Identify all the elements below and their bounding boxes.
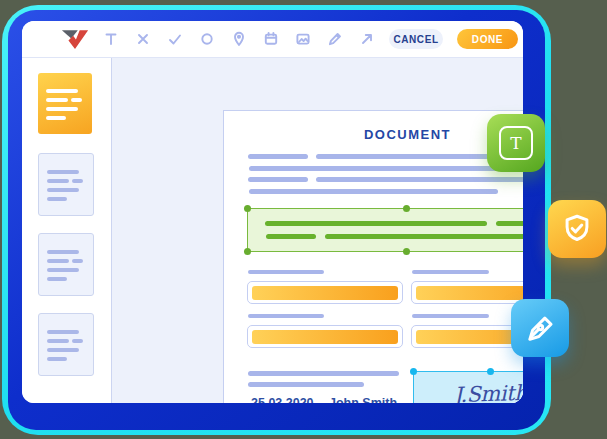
signature-text: J.Smith bbox=[454, 381, 523, 403]
thumb-line bbox=[47, 197, 67, 201]
thumb-line bbox=[47, 250, 79, 254]
highlight-line bbox=[266, 234, 316, 239]
form-field-4[interactable] bbox=[411, 325, 523, 348]
page-thumbnail-4[interactable] bbox=[38, 313, 94, 376]
resize-handle[interactable] bbox=[410, 368, 417, 375]
thumb-line bbox=[72, 179, 83, 183]
signature-selection[interactable]: J.Smith bbox=[413, 371, 523, 403]
thumb-line bbox=[71, 98, 82, 102]
resize-handle[interactable] bbox=[487, 368, 494, 375]
page-thumbnail-3[interactable] bbox=[38, 233, 94, 296]
check-tool-icon[interactable] bbox=[166, 30, 184, 48]
thumb-line bbox=[47, 268, 79, 272]
thumb-line bbox=[72, 339, 83, 343]
form-field-2[interactable] bbox=[411, 281, 523, 304]
security-shield-icon bbox=[548, 200, 606, 258]
toolbar-tools bbox=[102, 21, 376, 57]
date-tool-icon[interactable] bbox=[262, 30, 280, 48]
text-line bbox=[249, 189, 498, 194]
text-line bbox=[249, 166, 498, 171]
thumb-line bbox=[47, 170, 79, 174]
highlight-selection[interactable] bbox=[247, 208, 523, 252]
done-button[interactable]: DONE bbox=[457, 29, 518, 49]
thumb-line bbox=[47, 188, 79, 192]
resize-handle[interactable] bbox=[244, 205, 251, 212]
signature-pen-icon bbox=[511, 299, 569, 357]
date-field[interactable]: 25.03.2020 bbox=[251, 396, 314, 403]
field-fill bbox=[416, 330, 523, 344]
field-fill bbox=[252, 286, 398, 300]
pen-tool-icon[interactable] bbox=[326, 30, 344, 48]
text-line bbox=[248, 371, 399, 376]
text-line bbox=[316, 177, 523, 182]
field-label-line bbox=[412, 270, 489, 274]
thumb-line bbox=[46, 89, 78, 93]
resize-handle[interactable] bbox=[403, 205, 410, 212]
field-label-line bbox=[412, 314, 489, 318]
text-line bbox=[248, 382, 364, 387]
thumb-line bbox=[47, 330, 79, 334]
thumb-line bbox=[47, 348, 79, 352]
text-glyph: T bbox=[499, 126, 533, 160]
document-title: DOCUMENT bbox=[224, 127, 523, 142]
close-tool-icon[interactable] bbox=[134, 30, 152, 48]
document-canvas: DOCUMENT bbox=[112, 58, 523, 403]
document-page: DOCUMENT bbox=[223, 110, 523, 403]
field-label-line bbox=[248, 270, 324, 274]
thumb-line bbox=[47, 277, 67, 281]
circle-tool-icon[interactable] bbox=[198, 30, 216, 48]
text-tool-icon[interactable] bbox=[102, 30, 120, 48]
thumb-line bbox=[47, 339, 69, 343]
app-window: CANCEL DONE bbox=[22, 21, 523, 403]
text-tool-badge-icon: T bbox=[487, 114, 545, 172]
page-thumbnails-sidebar bbox=[22, 58, 112, 403]
field-label-line bbox=[248, 314, 324, 318]
highlight-line bbox=[265, 221, 487, 226]
field-fill bbox=[252, 330, 398, 344]
thumb-line bbox=[47, 357, 67, 361]
location-tool-icon[interactable] bbox=[230, 30, 248, 48]
text-line bbox=[248, 154, 308, 159]
highlight-line bbox=[325, 234, 523, 239]
resize-handle[interactable] bbox=[244, 248, 251, 255]
form-field-1[interactable] bbox=[247, 281, 403, 304]
editor-illustration: CANCEL DONE bbox=[0, 0, 607, 439]
field-fill bbox=[416, 286, 523, 300]
thumb-line bbox=[46, 98, 68, 102]
image-tool-icon[interactable] bbox=[294, 30, 312, 48]
resize-handle[interactable] bbox=[403, 248, 410, 255]
page-thumbnail-2[interactable] bbox=[38, 153, 94, 216]
thumb-line bbox=[72, 259, 83, 263]
brand-logo-icon bbox=[60, 28, 90, 55]
thumb-line bbox=[46, 107, 78, 111]
page-thumbnail-1[interactable] bbox=[38, 73, 92, 134]
form-field-3[interactable] bbox=[247, 325, 403, 348]
name-field[interactable]: John Smith bbox=[329, 396, 397, 403]
share-arrow-icon[interactable] bbox=[358, 30, 376, 48]
cancel-button[interactable]: CANCEL bbox=[389, 29, 443, 49]
text-line bbox=[248, 177, 308, 182]
thumb-line bbox=[47, 259, 69, 263]
thumb-line bbox=[46, 116, 66, 120]
highlight-line bbox=[496, 221, 523, 226]
toolbar: CANCEL DONE bbox=[22, 21, 523, 58]
thumb-line bbox=[47, 179, 69, 183]
